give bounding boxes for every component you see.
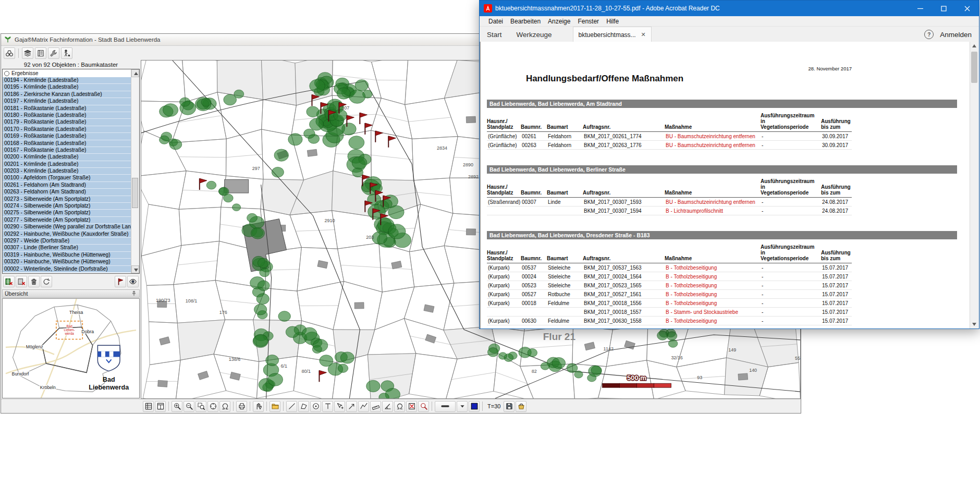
- search-binoculars-icon[interactable]: [4, 47, 15, 59]
- tree-list-item[interactable]: 00186 - Zierkirsche Kanzan (Ladestraße): [3, 91, 131, 98]
- scroll-down-icon[interactable]: [970, 320, 978, 329]
- line-width-icon[interactable]: [435, 401, 456, 412]
- visibility-eye-icon[interactable]: [127, 276, 139, 287]
- undo-rotate-icon[interactable]: [41, 276, 52, 287]
- tree-list-item[interactable]: 00292 - Hainbuche, Weißbuche (Kauxdorfer…: [3, 231, 131, 238]
- tree-list-item[interactable]: 00290 - Silberweide (Weg parallel zur Do…: [3, 224, 131, 230]
- tree-list-item[interactable]: 00201 - Krimlinde (Ladestraße): [3, 161, 131, 168]
- tree-list-item[interactable]: 00275 - Silberweide (Am Sportplatz): [3, 210, 131, 216]
- zeitraum: -: [761, 198, 821, 207]
- parcel-label: 1142: [604, 346, 614, 351]
- tree-list-item[interactable]: 00307 - Linde (Berliner Straße): [3, 245, 131, 251]
- tree-list-item[interactable]: 00180 - Roßkastanie (Ladestraße): [3, 112, 131, 119]
- zoom-in-icon[interactable]: [172, 401, 182, 412]
- scroll-up-icon[interactable]: [131, 69, 139, 77]
- save-icon[interactable]: [504, 401, 514, 412]
- tree-list-item[interactable]: 00194 - Krimlinde (Ladestraße): [3, 77, 131, 84]
- scroll-thumb[interactable]: [971, 52, 977, 83]
- column-header: Baumart: [547, 178, 583, 198]
- measure-icon[interactable]: [370, 401, 381, 412]
- results-group-row[interactable]: Ergebnisse: [3, 69, 139, 78]
- signin-link[interactable]: Anmelden: [940, 31, 972, 39]
- layers-icon[interactable]: [22, 47, 33, 59]
- tools-wrench-icon[interactable]: [48, 47, 59, 59]
- minimize-button[interactable]: [909, 1, 932, 16]
- scroll-thumb[interactable]: [132, 178, 138, 208]
- tree-list-item[interactable]: 00169 - Roßkastanie (Ladestraße): [3, 133, 131, 140]
- tree-list-item[interactable]: 00274 - Silberweide (Am Sportplatz): [3, 203, 131, 210]
- draw-polyline-icon[interactable]: [358, 401, 369, 412]
- pointer-arrow-icon[interactable]: [346, 401, 357, 412]
- draw-circle-icon[interactable]: [310, 401, 321, 412]
- list-scrollbar[interactable]: [131, 69, 139, 273]
- tab-close-icon[interactable]: [641, 31, 646, 38]
- draw-line-icon[interactable]: [286, 401, 297, 412]
- tree-list-item[interactable]: 00197 - Krimlinde (Ladestraße): [3, 98, 131, 105]
- help-icon[interactable]: [924, 30, 934, 39]
- menu-datei[interactable]: Datei: [485, 18, 507, 25]
- export-remove-icon[interactable]: [16, 276, 27, 287]
- parcel-label: 149: [728, 347, 736, 353]
- previous-extent-icon[interactable]: [219, 401, 230, 412]
- column-header: Maßnahme: [665, 178, 761, 198]
- tree-list-item[interactable]: 00167 - Roßkastanie (Ladestraße): [3, 147, 131, 154]
- close-button[interactable]: [956, 1, 979, 16]
- pdf-scrollbar[interactable]: [970, 42, 979, 329]
- parcel-label: 32/16: [671, 355, 682, 360]
- tab-werkzeuge[interactable]: Werkzeuge: [509, 31, 559, 42]
- scroll-up-icon[interactable]: [970, 42, 978, 51]
- draw-polygon-icon[interactable]: [298, 401, 309, 412]
- delete-box-icon[interactable]: [406, 401, 417, 412]
- export-table-icon[interactable]: [3, 276, 15, 287]
- tree-list-item[interactable]: 00002 - Winterlinde, Steinlinde (Dorfstr…: [3, 266, 131, 273]
- menu-hilfe[interactable]: Hilfe: [603, 18, 622, 25]
- overview-map[interactable]: TheisaDobraMöglenzBurxdorfKröbelnBadLieb…: [2, 298, 140, 398]
- caret-down-icon[interactable]: [457, 401, 468, 412]
- menu-anzeige[interactable]: Anzeige: [544, 18, 574, 25]
- print-icon[interactable]: [236, 401, 247, 412]
- omega-icon[interactable]: [394, 401, 405, 412]
- scroll-down-icon[interactable]: [131, 265, 139, 273]
- tab-start[interactable]: Start: [480, 31, 509, 42]
- menu-bearbeiten[interactable]: Bearbeiten: [507, 18, 544, 25]
- pan-hand-icon[interactable]: [253, 401, 264, 412]
- zoom-select-icon[interactable]: [418, 401, 429, 412]
- basket-icon[interactable]: [516, 401, 526, 412]
- tree-list-item[interactable]: 00203 - Krimlinde (Ladestraße): [3, 168, 131, 175]
- tree-list-item[interactable]: 00168 - Roßkastanie (Ladestraße): [3, 140, 131, 147]
- tree-list-item[interactable]: 00179 - Roßkastanie (Ladestraße): [3, 119, 131, 126]
- tree-list-item[interactable]: 00170 - Roßkastanie (Ladestraße): [3, 126, 131, 133]
- tree-list-item[interactable]: 00200 - Krimlinde (Ladestraße): [3, 154, 131, 161]
- draw-text-icon[interactable]: [322, 401, 333, 412]
- survey-person-icon[interactable]: [61, 47, 72, 59]
- tree-list-item[interactable]: 00277 - Silberweide (Am Sportplatz): [3, 217, 131, 224]
- tree-list-item[interactable]: 00181 - Roßkastanie (Ladestraße): [3, 105, 131, 112]
- tree-list-item[interactable]: 00263 - Feldahorn (Am Stadtrand): [3, 189, 131, 196]
- tree-list-item[interactable]: 00195 - Krimlinde (Ladestraße): [3, 84, 131, 91]
- pin-icon[interactable]: [131, 290, 137, 297]
- delete-trash-icon[interactable]: [28, 276, 40, 287]
- tree-list-item[interactable]: 00297 - Weide (Dorfstraße): [3, 238, 131, 245]
- menu-fenster[interactable]: Fenster: [574, 18, 603, 25]
- tree-list-item[interactable]: 00320 - Hainbuche, Weißbuche (Hüttenweg): [3, 259, 131, 265]
- zoom-window-icon[interactable]: [195, 401, 206, 412]
- tree-list-item[interactable]: 00261 - Feldahorn (Am Stadtrand): [3, 182, 131, 189]
- tree-list-item[interactable]: 00319 - Hainbuche, Weißbuche (Hüttenweg): [3, 252, 131, 259]
- open-folder-icon[interactable]: [270, 401, 280, 412]
- page-layout-icon[interactable]: [155, 401, 166, 412]
- report-book-icon[interactable]: [35, 47, 46, 59]
- measure-row: (Kurpark)00018FeldulmeBKM_2017_00018_155…: [487, 299, 852, 308]
- parcel-label: 2834: [437, 145, 447, 151]
- tab-document[interactable]: bktuebersichtmass...: [573, 27, 652, 42]
- measure-angle-icon[interactable]: [382, 401, 393, 412]
- zoom-out-icon[interactable]: [183, 401, 194, 412]
- tree-list-item[interactable]: 00100 - Apfeldorn (Torgauer Straße): [3, 175, 131, 181]
- legend-grid-icon[interactable]: [143, 401, 154, 412]
- pdf-titlebar[interactable]: bktuebersichtmassnahmen2017-11-28_10-27-…: [480, 1, 979, 16]
- flag-marker-icon[interactable]: [115, 276, 126, 287]
- color-swatch-blue-icon[interactable]: [469, 401, 480, 412]
- select-plus-icon[interactable]: [334, 401, 345, 412]
- tree-list-item[interactable]: 00273 - Silberweide (Am Sportplatz): [3, 196, 131, 203]
- maximize-button[interactable]: [932, 1, 956, 16]
- zoom-full-icon[interactable]: [207, 401, 218, 412]
